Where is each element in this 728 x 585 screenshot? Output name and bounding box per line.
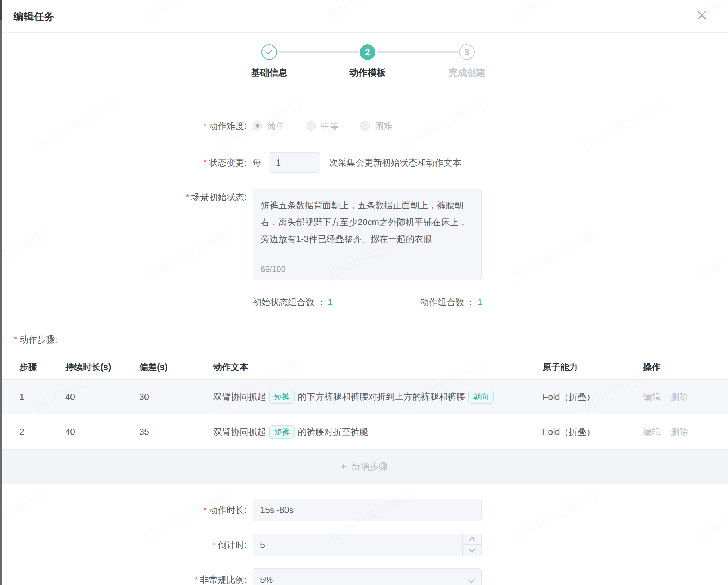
- countdown-row: *倒计时:: [0, 534, 728, 556]
- difficulty-radio-group: 简单 中等 困难: [253, 120, 414, 132]
- radio-circle-icon: [253, 121, 262, 131]
- watermark-layer: {{current_time}}{{current_time}}{{curren…: [0, 0, 728, 585]
- step-1-circle: [261, 44, 277, 60]
- decrement-button[interactable]: [463, 545, 481, 556]
- table-header: 步骤 持续时长(s) 偏差(s) 动作文本 原子能力 操作: [0, 355, 728, 379]
- initial-combo-value: 1: [328, 297, 333, 307]
- operations-cell: 编辑删除: [643, 391, 708, 403]
- initial-combo-count: 初始状态组合数 ：1: [253, 296, 333, 308]
- radio-medium[interactable]: 中等: [307, 120, 339, 132]
- step-3-circle: 3: [459, 44, 475, 60]
- object-tag: 短裤: [269, 390, 295, 404]
- col-deviation: 偏差(s): [139, 361, 213, 373]
- initial-state-row: *场景初始状态: 短裤五条数据背面朝上，五条数据正面朝上，裤腰朝右，离头部视野下…: [0, 189, 728, 280]
- action-text-cell: 双臂协同抓起短裤的下方裤腿和裤腰对折到上方的裤腿和裤腰朝向: [213, 390, 543, 404]
- col-operations: 操作: [643, 361, 708, 373]
- step-1-label: 基础信息: [230, 67, 308, 79]
- dialog-title: 编辑任务: [13, 10, 54, 24]
- unusual-ratio-select[interactable]: 5%: [253, 568, 482, 585]
- step-2-circle: 2: [360, 44, 375, 60]
- state-change-input[interactable]: [269, 152, 320, 173]
- initial-state-textarea[interactable]: 短裤五条数据背面朝上，五条数据正面朝上，裤腰朝右，离头部视野下方至少20cm之外…: [253, 189, 482, 280]
- combo-counts-row: 初始状态组合数 ：1 动作组合数 ：1: [0, 296, 728, 308]
- state-change-label: *状态变更:: [0, 157, 247, 168]
- table-body: 14030双臂协同抓起短裤的下方裤腿和裤腰对折到上方的裤腿和裤腰朝向Fold（折…: [0, 379, 728, 450]
- increment-button[interactable]: [463, 534, 481, 545]
- duration-row: *动作时长:: [0, 499, 728, 521]
- radio-circle-icon: [307, 121, 316, 131]
- col-ability: 原子能力: [543, 361, 643, 373]
- operations-cell: 编辑删除: [643, 426, 708, 438]
- chevron-up-icon: [469, 537, 475, 543]
- object-tag: 朝向: [468, 390, 494, 404]
- unusual-ratio-label: *非常规比例:: [0, 574, 247, 585]
- action-text-cell: 双臂协同抓起短裤的裤腰对折至裤腿: [213, 425, 543, 439]
- col-step: 步骤: [19, 361, 65, 373]
- countdown-input[interactable]: [253, 534, 482, 556]
- difficulty-row: *动作难度: 简单 中等 困难: [0, 117, 728, 134]
- object-tag: 短裤: [269, 425, 295, 439]
- radio-easy[interactable]: 简单: [253, 120, 285, 132]
- duration-label: *动作时长:: [0, 504, 247, 516]
- difficulty-label: *动作难度:: [0, 120, 247, 132]
- dialog-header: 编辑任务: [0, 0, 728, 33]
- action-text: 双臂协同抓起: [213, 392, 266, 401]
- initial-state-value: 短裤五条数据背面朝上，五条数据正面朝上，裤腰朝右，离头部视野下方至少20cm之外…: [253, 189, 481, 247]
- check-icon: [266, 48, 272, 54]
- countdown-label: *倒计时:: [0, 539, 247, 551]
- edit-task-dialog: {{current_time}}{{current_time}}{{curren…: [0, 0, 728, 585]
- initial-state-label: *场景初始状态:: [0, 191, 247, 203]
- deviation-cell: 35: [139, 427, 213, 437]
- action-text: 的下方裤腿和裤腰对折到上方的裤腿和裤腰: [298, 392, 465, 401]
- action-text: 的裤腰对折至裤腿: [298, 427, 368, 437]
- action-combo-value: 1: [477, 297, 482, 307]
- col-duration: 持续时长(s): [65, 361, 139, 373]
- radio-hard[interactable]: 困难: [360, 120, 393, 132]
- table-row: 24035双臂协同抓起短裤的裤腰对折至裤腿Fold（折叠）编辑删除: [0, 414, 728, 450]
- step-connector: [278, 51, 359, 53]
- unusual-ratio-row: *非常规比例: 5%: [0, 568, 728, 585]
- edit-link[interactable]: 编辑: [643, 427, 661, 437]
- delete-link[interactable]: 删除: [671, 392, 688, 402]
- state-change-suffix: 次采集会更新初始状态和动作文本: [329, 157, 461, 168]
- background-page-edge: [0, 0, 2, 585]
- state-change-row: *状态变更: 每 次采集会更新初始状态和动作文本: [0, 152, 728, 173]
- chevron-down-icon: [469, 546, 475, 552]
- chevron-down-icon: [468, 576, 475, 583]
- char-counter: 69/100: [261, 265, 285, 274]
- state-change-prefix: 每: [253, 157, 261, 168]
- action-text: 双臂协同抓起: [213, 427, 266, 437]
- step-cell: 2: [19, 427, 65, 437]
- duration-cell: 40: [65, 392, 139, 402]
- radio-circle-icon: [360, 121, 370, 131]
- duration-cell: 40: [65, 427, 139, 437]
- action-steps-label: *动作步骤:: [14, 333, 728, 345]
- ability-cell: Fold（折叠）: [543, 391, 643, 403]
- col-action-text: 动作文本: [213, 361, 543, 373]
- step-2-label: 动作模板: [329, 67, 406, 79]
- step-connector: [377, 51, 458, 53]
- deviation-cell: 30: [139, 392, 213, 402]
- delete-link[interactable]: 删除: [671, 427, 688, 437]
- add-step-button[interactable]: + 新增步骤: [0, 450, 728, 484]
- edit-link[interactable]: 编辑: [643, 392, 661, 402]
- ability-cell: Fold（折叠）: [543, 426, 643, 438]
- close-icon[interactable]: [693, 6, 711, 25]
- action-combo-count: 动作组合数 ：1: [420, 296, 482, 308]
- select-value: 5%: [253, 575, 273, 585]
- stepper: 2 3 基础信息 动作模板 完成创建: [0, 33, 728, 86]
- step-3-label: 完成创建: [428, 67, 506, 79]
- duration-input[interactable]: [253, 499, 482, 521]
- table-row: 14030双臂协同抓起短裤的下方裤腿和裤腰对折到上方的裤腿和裤腰朝向Fold（折…: [0, 379, 728, 414]
- step-cell: 1: [19, 392, 65, 402]
- plus-icon: +: [340, 461, 346, 473]
